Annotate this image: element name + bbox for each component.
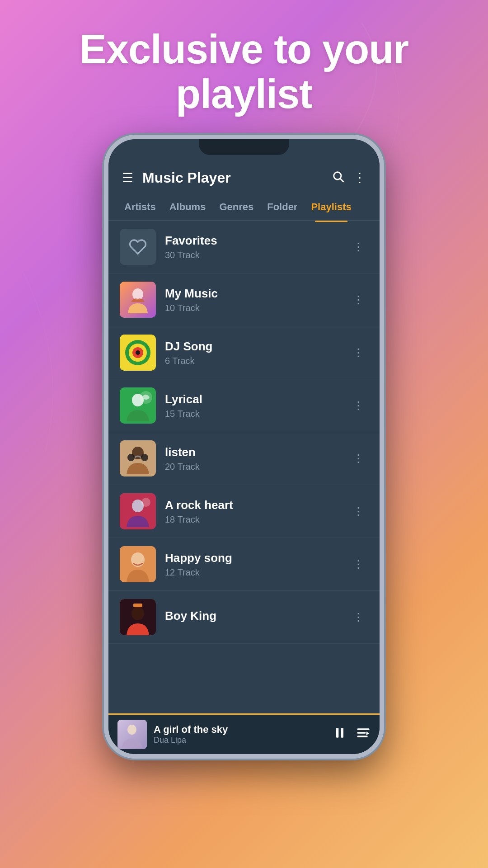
list-item[interactable]: My Music 10 Track ⋮ [108,274,380,326]
playlist-thumb [120,387,156,424]
playlist-info: Lyrical 15 Track [165,392,348,419]
tab-playlists[interactable]: Playlists [304,197,358,217]
tab-artists[interactable]: Artists [117,197,163,217]
playlist-thumb [120,546,156,582]
search-icon[interactable] [332,170,344,186]
playlist-info: A rock heart 18 Track [165,498,348,525]
svg-marker-31 [366,731,370,735]
svg-point-3 [132,288,143,300]
playlist-name: listen [165,445,348,459]
np-controls [333,726,371,743]
list-item[interactable]: A rock heart 18 Track ⋮ [108,485,380,538]
playlist-name: Favorites [165,234,348,248]
phone-frame: ☰ Music Player ⋮ Artists Albums Genres [104,135,384,759]
phone-screen: ☰ Music Player ⋮ Artists Albums Genres [108,139,380,754]
playlist-thumb [120,282,156,318]
list-item[interactable]: Lyrical 15 Track ⋮ [108,379,380,432]
playlist-info: DJ Song 6 Track [165,340,348,366]
more-options-icon[interactable]: ⋮ [353,170,366,186]
tab-genres[interactable]: Genres [212,197,260,217]
list-item[interactable]: DJ Song 6 Track ⋮ [108,326,380,379]
svg-rect-27 [341,728,343,737]
playlist-name: Happy song [165,551,348,565]
top-icons: ⋮ [332,170,366,186]
playlist-thumb [120,440,156,476]
playlist-info: listen 20 Track [165,445,348,472]
playlist-thumb [120,335,156,371]
more-menu-icon[interactable]: ⋮ [348,606,368,628]
playlist-name: My Music [165,287,348,301]
now-playing-bar[interactable]: A girl of the sky Dua Lipa [108,713,380,754]
more-menu-icon[interactable]: ⋮ [348,289,368,311]
np-title: A girl of the sky [154,724,333,736]
more-menu-icon[interactable]: ⋮ [348,236,368,258]
more-menu-icon[interactable]: ⋮ [348,342,368,363]
svg-point-14 [127,454,135,461]
playlist-tracks: 30 Track [165,250,348,260]
playlist-name: Lyrical [165,392,348,406]
header-text: Exclusive to your playlist [0,0,488,135]
playlist-tracks: 10 Track [165,303,348,313]
playlist-tracks: 6 Track [165,356,348,366]
playlist-tracks: 12 Track [165,567,348,578]
tab-folder[interactable]: Folder [260,197,304,217]
svg-rect-26 [336,728,338,737]
np-info: A girl of the sky Dua Lipa [154,724,333,745]
more-menu-icon[interactable]: ⋮ [348,395,368,416]
more-menu-icon[interactable]: ⋮ [348,500,368,522]
svg-point-25 [127,725,136,735]
svg-point-18 [141,498,150,507]
more-menu-icon[interactable]: ⋮ [348,448,368,469]
playlist-info: Boy King [165,609,348,625]
np-artist: Dua Lipa [154,736,333,745]
playlist-tracks: 15 Track [165,409,348,419]
phone-wrapper: ☰ Music Player ⋮ Artists Albums Genres [104,135,384,768]
svg-point-8 [136,350,140,355]
playlist-info: My Music 10 Track [165,287,348,313]
playlist-thumb [120,229,156,265]
playlist-thumb [120,493,156,529]
svg-point-22 [131,607,144,620]
svg-rect-23 [133,604,142,607]
playlist-container: Favorites 30 Track ⋮ [108,221,380,713]
more-menu-icon[interactable]: ⋮ [348,553,368,575]
list-item[interactable]: Boy King ⋮ [108,591,380,644]
playlist-tracks: 18 Track [165,514,348,525]
playlist-tracks: 20 Track [165,462,348,472]
playlist-thumb [120,599,156,635]
svg-line-1 [340,179,343,181]
np-thumb [117,720,147,749]
list-item[interactable]: Favorites 30 Track ⋮ [108,221,380,274]
pause-button[interactable] [333,726,347,743]
app-title: Music Player [142,170,332,186]
playlist-name: DJ Song [165,340,348,354]
playlist-info: Happy song 12 Track [165,551,348,578]
tab-albums[interactable]: Albums [163,197,213,217]
queue-button[interactable] [356,726,371,743]
playlist-info: Favorites 30 Track [165,234,348,260]
notch [199,139,289,155]
playlist-name: A rock heart [165,498,348,512]
top-bar: ☰ Music Player ⋮ [108,162,380,193]
playlist-name: Boy King [165,609,348,623]
svg-point-15 [141,454,148,461]
hamburger-icon[interactable]: ☰ [122,170,133,185]
list-item[interactable]: listen 20 Track ⋮ [108,432,380,485]
list-item[interactable]: Happy song 12 Track ⋮ [108,538,380,591]
nav-tabs: Artists Albums Genres Folder Playlists [108,193,380,221]
